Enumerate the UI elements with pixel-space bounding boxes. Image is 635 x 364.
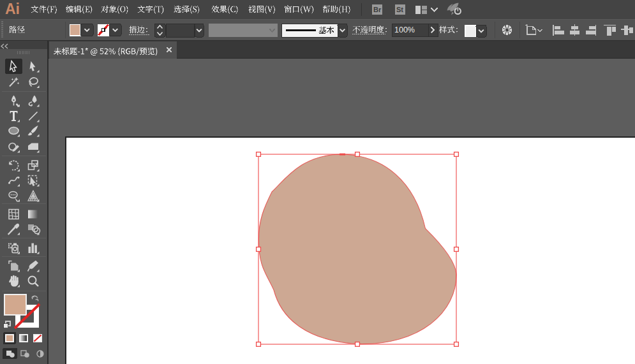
svg-text:Br: Br (373, 6, 382, 13)
svg-text:100%: 100% (394, 25, 415, 34)
svg-text:Ai: Ai (5, 1, 20, 17)
svg-text:St: St (396, 6, 403, 13)
